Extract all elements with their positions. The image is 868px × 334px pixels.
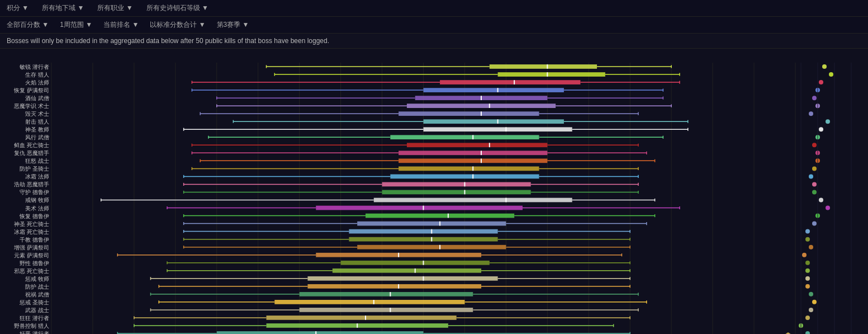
svg-point-320 <box>805 276 810 281</box>
svg-point-315 <box>805 237 810 242</box>
svg-point-321 <box>805 284 810 289</box>
svg-point-322 <box>809 292 813 297</box>
svg-point-301 <box>819 127 823 131</box>
svg-text:戒钢 牧师: 戒钢 牧师 <box>25 197 49 203</box>
svg-text:防护 战士: 防护 战士 <box>25 284 49 290</box>
svg-point-293 <box>822 64 827 69</box>
svg-text:增强 萨满祭司: 增强 萨满祭司 <box>13 244 49 251</box>
svg-text:生存 猎人: 生存 猎人 <box>25 72 49 78</box>
chart-container: 2025303540455055606570758085909510010511… <box>0 49 868 334</box>
svg-rect-95 <box>424 119 564 124</box>
nav2-item[interactable]: 全部百分数 ▼ <box>4 19 51 31</box>
svg-point-319 <box>805 269 810 273</box>
nav1-item[interactable]: 积分 ▼ <box>4 2 31 14</box>
svg-rect-200 <box>349 237 497 242</box>
svg-point-311 <box>826 206 830 210</box>
svg-point-310 <box>819 197 823 202</box>
svg-text:惩戒 牧师: 惩戒 牧师 <box>25 276 49 282</box>
nav2-item[interactable]: 以标准分数合计 ▼ <box>148 19 207 31</box>
svg-text:毁灭 术士: 毁灭 术士 <box>25 111 49 117</box>
svg-rect-60 <box>440 80 580 84</box>
svg-text:祝祸 武僧: 祝祸 武僧 <box>25 291 49 298</box>
svg-text:狂狂 潜行者: 狂狂 潜行者 <box>20 315 49 321</box>
svg-rect-207 <box>357 245 506 250</box>
svg-text:火焰 法师: 火焰 法师 <box>25 79 49 86</box>
svg-rect-165 <box>374 198 572 203</box>
svg-text:恢复 德鲁伊: 恢复 德鲁伊 <box>19 213 49 219</box>
svg-rect-228 <box>333 269 481 273</box>
nav-bar-1: 积分 ▼所有地下域 ▼所有职业 ▼所有史诗钥石等级 ▼ <box>0 0 868 17</box>
svg-rect-235 <box>307 276 497 281</box>
svg-point-317 <box>802 253 807 257</box>
svg-text:惩戒 圣骑士: 惩戒 圣骑士 <box>19 299 49 305</box>
svg-rect-81 <box>407 104 556 108</box>
nav2-item[interactable]: 第3赛季 ▼ <box>215 19 252 31</box>
svg-rect-158 <box>382 190 531 195</box>
svg-text:美术 法师: 美术 法师 <box>25 205 49 211</box>
svg-point-295 <box>819 80 823 84</box>
svg-text:恶魔学识 术士: 恶魔学识 术士 <box>13 103 49 109</box>
svg-rect-263 <box>300 308 473 312</box>
svg-text:守护 德鲁伊: 守护 德鲁伊 <box>20 189 49 195</box>
svg-text:酒仙 武僧: 酒仙 武僧 <box>25 95 49 101</box>
svg-point-309 <box>812 190 817 194</box>
svg-point-308 <box>812 182 817 186</box>
svg-text:神圣 死亡骑士: 神圣 死亡骑士 <box>14 221 49 227</box>
svg-text:鲜血 死亡骑士: 鲜血 死亡骑士 <box>14 142 49 148</box>
svg-rect-116 <box>407 143 547 147</box>
svg-point-318 <box>805 261 810 265</box>
svg-text:野兽控制 猎人: 野兽控制 猎人 <box>14 323 49 329</box>
svg-rect-270 <box>267 316 457 320</box>
chart-svg: 2025303540455055606570758085909510010511… <box>0 54 868 334</box>
svg-rect-144 <box>390 175 539 179</box>
svg-point-324 <box>809 308 813 312</box>
svg-rect-284 <box>217 331 424 334</box>
svg-point-303 <box>812 143 817 147</box>
svg-text:神圣 教师: 神圣 教师 <box>25 126 49 133</box>
app-root: 积分 ▼所有地下域 ▼所有职业 ▼所有史诗钥石等级 ▼ 全部百分数 ▼1周范围 … <box>0 0 868 334</box>
svg-rect-151 <box>382 182 531 187</box>
svg-rect-186 <box>357 222 506 226</box>
nav2-item[interactable]: 1周范围 ▼ <box>58 19 94 31</box>
svg-text:恢复 萨满祭司: 恢复 萨满祭司 <box>13 87 49 93</box>
nav1-item[interactable]: 所有职业 ▼ <box>95 2 135 14</box>
svg-text:射击 猎人: 射击 猎人 <box>25 119 49 125</box>
svg-rect-46 <box>490 64 597 69</box>
svg-point-299 <box>809 111 813 116</box>
svg-text:元素 萨满祭司: 元素 萨满祭司 <box>14 252 49 258</box>
svg-rect-130 <box>399 158 547 163</box>
svg-rect-249 <box>300 292 473 297</box>
svg-rect-109 <box>390 135 539 139</box>
info-bar: Bosses will only be included in the aggr… <box>0 34 868 49</box>
svg-text:防护 圣骑士: 防护 圣骑士 <box>20 166 49 172</box>
svg-text:冰霜 死亡骑士: 冰霜 死亡骑士 <box>14 229 49 235</box>
svg-rect-193 <box>349 229 497 234</box>
nav2-item[interactable]: 当前排名 ▼ <box>101 19 141 31</box>
svg-rect-172 <box>316 206 523 210</box>
svg-text:浩劫 恶魔猎手: 浩劫 恶魔猎手 <box>14 181 49 187</box>
nav1-item[interactable]: 所有史诗钥石等级 ▼ <box>144 2 211 14</box>
nav-bar-2: 全部百分数 ▼1周范围 ▼当前排名 ▼以标准分数合计 ▼第3赛季 ▼ <box>0 17 868 34</box>
svg-rect-102 <box>424 127 572 131</box>
svg-rect-137 <box>399 167 539 171</box>
svg-rect-221 <box>341 261 490 265</box>
svg-text:武器 战士: 武器 战士 <box>25 307 49 313</box>
svg-point-323 <box>812 300 817 304</box>
svg-point-316 <box>809 245 813 250</box>
svg-text:敏锐 潜行者: 敏锐 潜行者 <box>20 64 49 70</box>
svg-point-313 <box>812 222 817 226</box>
svg-text:冰霜 法师: 冰霜 法师 <box>25 173 49 180</box>
nav1-item[interactable]: 所有地下域 ▼ <box>40 2 86 14</box>
svg-rect-88 <box>399 111 539 116</box>
svg-rect-179 <box>366 214 514 218</box>
svg-point-297 <box>812 96 817 100</box>
svg-text:邪恶 死亡骑士: 邪恶 死亡骑士 <box>14 268 49 274</box>
svg-text:野性 德鲁伊: 野性 德鲁伊 <box>20 260 49 266</box>
svg-point-307 <box>809 174 813 178</box>
svg-text:风行 武僧: 风行 武僧 <box>25 134 49 140</box>
svg-text:奸恶 潜行者: 奸恶 潜行者 <box>20 331 49 334</box>
svg-text:复仇 恶魔猎手: 复仇 恶魔猎手 <box>14 150 49 156</box>
svg-point-294 <box>829 72 833 77</box>
info-text: Bosses will only be included in the aggr… <box>7 37 329 45</box>
chart-wrapper: 2025303540455055606570758085909510010511… <box>0 49 868 334</box>
